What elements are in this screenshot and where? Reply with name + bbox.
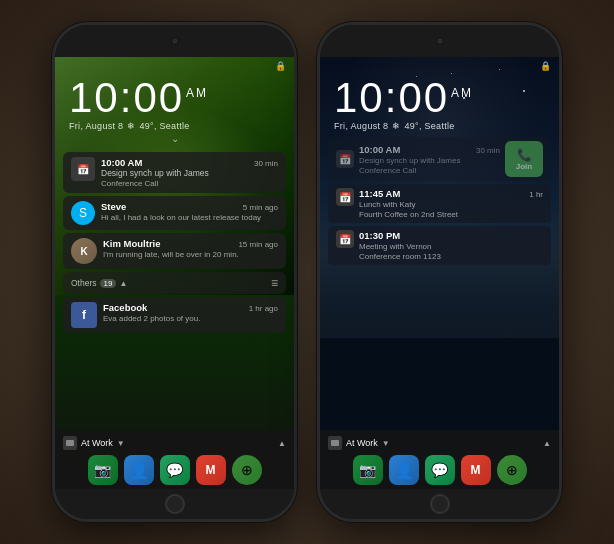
app-gmail-right[interactable]: M	[461, 455, 491, 485]
weather-icon-left: ❄	[127, 121, 135, 131]
join-label: Join	[516, 162, 532, 171]
others-chevron: ▲	[119, 279, 127, 288]
dock-folder-icon-right	[328, 436, 342, 450]
right-phone: 🔒 10:00AM Fri, August 8 ❄ 49°, Seattle 📅	[317, 22, 562, 522]
notif-kim-body: I'm running late, will be over in 20 min…	[103, 250, 278, 259]
top-notif-badge: 30 min	[476, 146, 500, 155]
app-hangouts-left[interactable]: 💬	[160, 455, 190, 485]
top-notif-time: 10:00 AM	[359, 144, 400, 155]
notif-1145-time: 11:45 AM	[359, 188, 400, 199]
weather-icon-right: ❄	[392, 121, 400, 131]
skype-icon-left: S	[71, 201, 95, 225]
weather-left: 49°, Seattle	[139, 121, 189, 131]
app-gmail-left[interactable]: M	[196, 455, 226, 485]
notif-calendar-content: 10:00 AM 30 min Design synch up with Jam…	[101, 157, 278, 188]
dock-left: At Work ▼ ▲ 📷 👤 💬 M ⊕	[55, 430, 294, 489]
notif-steve-body: Hi all, I had a look on our latest relea…	[101, 213, 278, 222]
calendar-icon-right-top: 📅	[336, 150, 354, 168]
app-chrome-right[interactable]: ⊕	[497, 455, 527, 485]
calendar-icon-left: 📅	[71, 157, 95, 181]
camera-dot-left	[171, 37, 179, 45]
others-row-left[interactable]: Others 19 ▲ ≡	[63, 272, 286, 294]
date-left: Fri, August 8	[69, 121, 123, 131]
clock-time-left: 10:00AM	[69, 77, 280, 119]
phone-icon-join: 📞	[517, 148, 532, 162]
weather-right: 49°, Seattle	[404, 121, 454, 131]
notif-1145-body: Fourth Coffee on 2nd Street	[359, 210, 543, 219]
notif-cal-time: 30 min	[254, 159, 278, 168]
notif-0130-right: 📅 01:30 PM Meeting with Vernon Conferenc…	[328, 226, 551, 265]
notif-calendar-left: 📅 10:00 AM 30 min Design synch up with J…	[63, 152, 286, 193]
notif-0130-subtitle: Meeting with Vernon	[359, 242, 543, 251]
notifications-left: 📅 10:00 AM 30 min Design synch up with J…	[55, 148, 294, 430]
notif-steve-title: Steve	[101, 201, 126, 212]
ampm-left: AM	[186, 86, 208, 100]
ampm-right: AM	[451, 86, 473, 100]
time-display-right: 10:00	[334, 74, 449, 121]
notif-1145-subtitle: Lunch with Katy	[359, 200, 543, 209]
lock-icon-left: 🔒	[275, 61, 286, 71]
notif-fb-time: 1 hr ago	[249, 304, 278, 313]
date-right: Fri, August 8	[334, 121, 388, 131]
chevron-down-left: ⌄	[69, 133, 280, 144]
notif-1145-badge: 1 hr	[529, 190, 543, 199]
camera-dot-right	[436, 37, 444, 45]
app-chrome-left[interactable]: ⊕	[232, 455, 262, 485]
clock-date-right: Fri, August 8 ❄ 49°, Seattle	[334, 121, 545, 131]
status-bar-right: 🔒	[320, 57, 559, 75]
dock-up-right: ▲	[543, 439, 551, 448]
time-display-left: 10:00	[69, 74, 184, 121]
notif-cal-subtitle: Design synch up with James	[101, 168, 278, 178]
app-camera-right[interactable]: 📷	[353, 455, 383, 485]
calendar-icon-1145: 📅	[336, 188, 354, 206]
kim-avatar-left: K	[71, 238, 97, 264]
app-contacts-left[interactable]: 👤	[124, 455, 154, 485]
phone-bottom-bar-left	[55, 489, 294, 519]
dock-apps-left: 📷 👤 💬 M ⊕	[63, 455, 286, 485]
phone-bottom-bar-right	[320, 489, 559, 519]
app-contacts-right[interactable]: 👤	[389, 455, 419, 485]
clock-area-left: 10:00AM Fri, August 8 ❄ 49°, Seattle ⌄	[55, 75, 294, 148]
dock-label-left: At Work	[81, 438, 113, 448]
notif-1145-right: 📅 11:45 AM 1 hr Lunch with Katy Fourth C…	[328, 184, 551, 223]
notif-kim-content: Kim Moultrie 15 min ago I'm running late…	[103, 238, 278, 259]
home-button-left[interactable]	[165, 494, 185, 514]
notifications-right: 📅 10:00 AM 30 min Design synch up with J…	[320, 135, 559, 430]
phone-top-bar-left	[55, 25, 294, 57]
notif-steve-time: 5 min ago	[243, 203, 278, 212]
others-text-left: Others 19 ▲	[71, 278, 127, 288]
notif-kim-left: K Kim Moultrie 15 min ago I'm running la…	[63, 233, 286, 269]
facebook-icon-left: f	[71, 302, 97, 328]
top-notif-subtitle: Design synch up with James	[359, 156, 500, 165]
notif-0130-content: 01:30 PM Meeting with Vernon Conference …	[359, 230, 543, 261]
dock-up-left: ▲	[278, 439, 286, 448]
join-button-right[interactable]: 📞 Join	[505, 141, 543, 177]
home-button-right[interactable]	[430, 494, 450, 514]
notif-cal-title: 10:00 AM	[101, 157, 142, 168]
notif-kim-time: 15 min ago	[238, 240, 278, 249]
notif-cal-body: Conference Call	[101, 179, 278, 188]
lock-icon-right: 🔒	[540, 61, 551, 71]
notif-fb-body: Eva added 2 photos of you.	[103, 314, 278, 323]
calendar-icon-0130: 📅	[336, 230, 354, 248]
phone-screen-left: 🔒 10:00AM Fri, August 8 ❄ 49°, Seattle ⌄…	[55, 57, 294, 489]
dock-apps-right: 📷 👤 💬 M ⊕	[328, 455, 551, 485]
dock-right: At Work ▼ ▲ 📷 👤 💬 M ⊕	[320, 430, 559, 489]
notif-top-content: 10:00 AM 30 min Design synch up with Jam…	[359, 144, 500, 175]
status-bar-left: 🔒	[55, 57, 294, 75]
notif-steve-left: S Steve 5 min ago Hi all, I had a look o…	[63, 196, 286, 230]
notif-top-right: 📅 10:00 AM 30 min Design synch up with J…	[328, 137, 551, 181]
others-badge: 19	[100, 279, 117, 288]
menu-dots-left[interactable]: ≡	[271, 276, 278, 290]
phone-top-bar-right	[320, 25, 559, 57]
notif-1145-content: 11:45 AM 1 hr Lunch with Katy Fourth Cof…	[359, 188, 543, 219]
clock-date-left: Fri, August 8 ❄ 49°, Seattle	[69, 121, 280, 131]
notif-steve-content: Steve 5 min ago Hi all, I had a look on …	[101, 201, 278, 222]
phone-screen-right: 🔒 10:00AM Fri, August 8 ❄ 49°, Seattle 📅	[320, 57, 559, 489]
dock-label-right: At Work	[346, 438, 378, 448]
clock-area-right: 10:00AM Fri, August 8 ❄ 49°, Seattle	[320, 75, 559, 135]
app-hangouts-right[interactable]: 💬	[425, 455, 455, 485]
left-phone: 🔒 10:00AM Fri, August 8 ❄ 49°, Seattle ⌄…	[52, 22, 297, 522]
app-camera-left[interactable]: 📷	[88, 455, 118, 485]
dock-chevron-left: ▼	[117, 439, 125, 448]
